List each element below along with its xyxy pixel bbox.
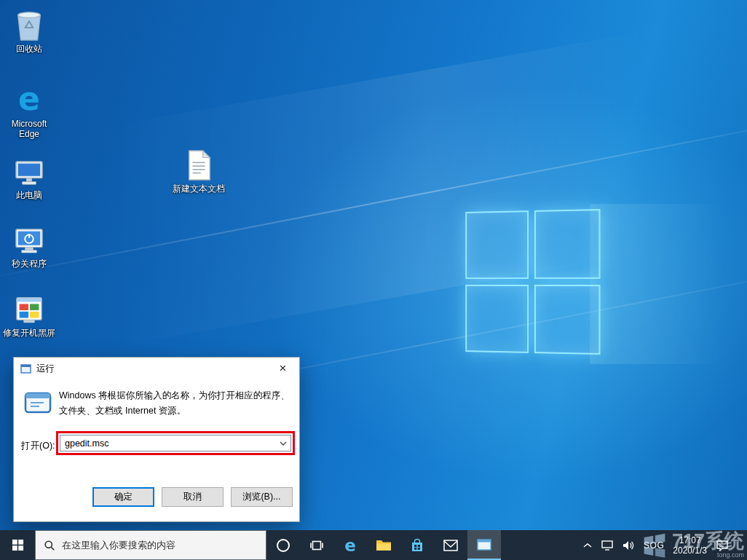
run-window-icon <box>20 364 31 374</box>
desktop-icon-fix-black-screen[interactable]: 修复开机黑屏 <box>1 292 57 338</box>
desktop-icon-new-text-document[interactable]: 新建文本文档 <box>171 148 226 194</box>
clock-date: 2020/1/3 <box>673 545 707 556</box>
system-tray: SOG 17:07 2020/1/3 <box>582 530 747 560</box>
desktop-icon-label: 回收站 <box>16 44 42 54</box>
run-dialog: 运行 × Windows 将根据你所输入的名称，为你打开相应的程序、 文件夹、文… <box>13 357 300 522</box>
cortana-icon <box>275 537 291 553</box>
taskbar-cortana-button[interactable] <box>266 530 300 560</box>
mail-icon <box>443 540 458 551</box>
cancel-button[interactable]: 取消 <box>162 487 224 507</box>
desktop-icon-recycle-bin[interactable]: 回收站 <box>1 8 57 54</box>
browse-button[interactable]: 浏览(B)... <box>231 487 293 507</box>
run-command-value: gpedit.msc <box>60 438 276 449</box>
action-center-button[interactable] <box>716 540 729 551</box>
run-description: Windows 将根据你所输入的名称，为你打开相应的程序、 文件夹、文档或 In… <box>59 388 293 418</box>
close-icon[interactable]: × <box>266 358 299 379</box>
clock-time: 17:07 <box>673 535 707 545</box>
file-explorer-icon <box>376 539 392 552</box>
taskbar-search-box[interactable] <box>35 530 266 560</box>
run-icon <box>23 391 54 416</box>
desktop-icon-label: Microsoft Edge <box>1 119 57 139</box>
search-icon <box>44 540 55 551</box>
desktop-icon-quick-close[interactable]: 秒关程序 <box>1 223 57 269</box>
start-button[interactable] <box>0 530 35 560</box>
chevron-down-icon[interactable] <box>276 441 290 446</box>
annotation-highlight-box: gpedit.msc <box>56 431 295 455</box>
action-center-icon <box>716 540 729 551</box>
fix-black-screen-icon <box>12 292 46 326</box>
open-label: 打开(O): <box>21 440 55 452</box>
search-input[interactable] <box>62 540 258 551</box>
recycle-bin-icon <box>14 8 44 42</box>
this-pc-icon <box>12 154 46 188</box>
desktop-icon-microsoft-edge[interactable]: e Microsoft Edge <box>1 83 57 139</box>
network-icon[interactable] <box>601 540 613 551</box>
task-view-icon <box>309 538 324 553</box>
ok-button[interactable]: 确定 <box>92 487 154 507</box>
taskbar-edge-button[interactable]: e <box>333 530 367 560</box>
window-icon <box>477 538 491 551</box>
windows-start-icon <box>12 539 24 551</box>
dialog-buttons: 确定 取消 浏览(B)... <box>92 487 293 507</box>
volume-icon[interactable] <box>622 540 635 551</box>
text-document-icon <box>185 148 213 181</box>
tray-expand-button[interactable] <box>582 542 593 549</box>
taskbar-run-dialog-button[interactable] <box>467 530 501 560</box>
svg-text:e: e <box>344 537 356 554</box>
taskbar-mail-button[interactable] <box>434 530 467 560</box>
chevron-up-icon <box>582 542 593 549</box>
desktop-icon-this-pc[interactable]: 此电脑 <box>1 154 57 200</box>
edge-icon: e <box>341 537 359 554</box>
quick-close-program-icon <box>12 223 46 256</box>
edge-icon: e <box>12 83 46 117</box>
desktop-icon-label: 秒关程序 <box>12 259 47 269</box>
taskbar-file-explorer-button[interactable] <box>367 530 400 560</box>
taskbar: e <box>0 530 747 560</box>
run-dialog-titlebar[interactable]: 运行 × <box>14 358 299 379</box>
desktop-icon-label: 此电脑 <box>16 190 42 200</box>
desktop-icon-label: 修复开机黑屏 <box>3 328 55 338</box>
store-icon <box>410 538 424 553</box>
run-command-combobox[interactable]: gpedit.msc <box>60 435 291 451</box>
desktop-icon-label: 新建文本文档 <box>173 184 225 194</box>
dialog-title: 运行 <box>36 363 55 375</box>
taskbar-store-button[interactable] <box>400 530 434 560</box>
svg-text:e: e <box>18 83 40 117</box>
taskbar-task-view-button[interactable] <box>300 530 333 560</box>
ime-indicator[interactable]: SOG <box>644 540 664 551</box>
taskbar-clock[interactable]: 17:07 2020/1/3 <box>673 535 707 556</box>
